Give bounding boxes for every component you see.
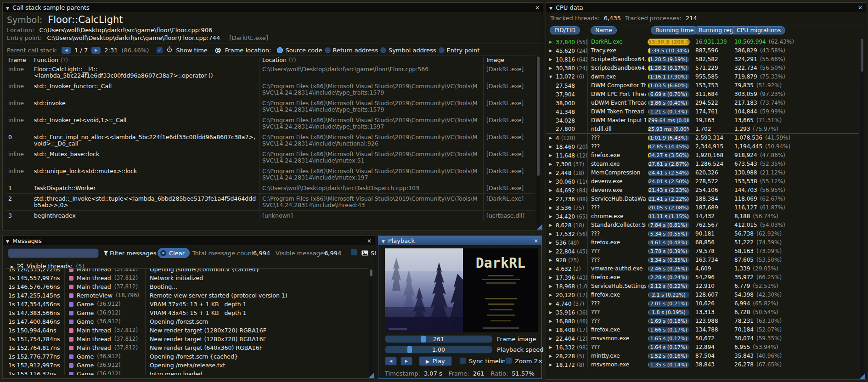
cpu-row[interactable]: ▶35,916(36)???1.8 s (0.19%)13,3136,728(5… xyxy=(546,308,859,317)
scrollbar-thumb[interactable] xyxy=(370,270,372,276)
expand-arrow-icon[interactable]: ▶ xyxy=(549,214,554,219)
cpu-row[interactable]: 34,028DWM Master Input Thread799.64 ms (… xyxy=(546,116,859,125)
cpu-row[interactable]: ▶7,300(37)steam.exe27.61 s (2.87%)1,286,… xyxy=(546,160,859,169)
expand-arrow-icon[interactable]: ▶ xyxy=(549,345,554,349)
cpu-row[interactable]: ▶17,396(43)firefox.exe2.28 s (0.24%)54,2… xyxy=(546,273,859,282)
message-row[interactable]: 1s 145,557,997nsMain thread(37,812)Netwo… xyxy=(6,274,367,282)
cpu-row[interactable]: ▶17,532(56)???5.34 s (0.55%)90,18156,738… xyxy=(546,230,859,238)
column-header-pid-tid[interactable]: PID/TID xyxy=(550,26,580,34)
next-frame-button[interactable] xyxy=(400,357,412,365)
cpu-row[interactable]: ▶44,692(84)devenv.exe21.43 s (2.23%)254,… xyxy=(546,186,859,195)
cpu-row[interactable]: ▶2,448(18)MemCompression24.41 s (2.54%)6… xyxy=(546,169,859,177)
close-icon[interactable] xyxy=(534,237,538,244)
cpu-row[interactable]: ▶3,536(75)???20.05 s (2.08%)187,689116,1… xyxy=(546,203,859,212)
cpu-row[interactable]: ▶536(49)firefox.exe4.61 s (0.48%)68,8565… xyxy=(546,238,859,247)
expand-arrow-icon[interactable]: ▶ xyxy=(549,319,554,323)
expand-arrow-icon[interactable]: ▶ xyxy=(549,162,554,166)
collapse-icon[interactable] xyxy=(549,4,552,11)
cpu-scrollbar[interactable] xyxy=(860,38,864,376)
message-row[interactable]: 1s 150,994,64nsMain thread(37,812)New re… xyxy=(6,326,367,335)
cpu-row[interactable]: 41,348DWM Token Thread1.21 s (0.13%)174,… xyxy=(546,107,859,116)
expand-arrow-icon[interactable]: ▶ xyxy=(549,284,554,288)
playback-speed-slider[interactable]: 1.00 xyxy=(385,346,492,354)
expand-arrow-icon[interactable]: ▶ xyxy=(549,258,554,262)
cpu-row[interactable]: ▶4(120)???1:01.9 (6.43%)2,593,3141,078,5… xyxy=(546,134,859,142)
zoom-2x-checkbox[interactable] xyxy=(505,357,512,364)
callstack-scrollbar[interactable] xyxy=(536,56,540,225)
expand-arrow-icon[interactable]: ▶ xyxy=(549,49,554,53)
frame-location-radio[interactable]: Source code xyxy=(277,47,322,54)
message-row[interactable]: 1s 147,383,566nsGame(36,912)VRAM 43x45: … xyxy=(6,309,367,317)
callstack-row[interactable]: inlinestd::unique_lock<std::mutex>::lock… xyxy=(6,166,535,183)
callstack-row[interactable]: inlinestd::invokeC:\Program Files (x86)\… xyxy=(6,98,535,115)
message-row[interactable]: 1s 153,116,37nsGame(36,912)Intro menu lo… xyxy=(6,370,367,375)
callstack-row[interactable]: inlinestd::_Mutex_base::lockC:\Program F… xyxy=(6,149,535,166)
expand-arrow-icon[interactable]: ▼ xyxy=(549,75,554,79)
callstack-row[interactable]: 0std::_Func_impl_no_alloc<<lambda_5bc224… xyxy=(6,132,535,149)
expand-arrow-icon[interactable]: ▶ xyxy=(549,223,554,227)
cpu-row[interactable]: ▶22,404(12)msvsmon.exe1.65 s (0.17%)50,6… xyxy=(546,334,859,343)
clear-button[interactable]: Clear xyxy=(158,248,190,258)
cpu-row[interactable]: 27,548DWM Compositor Thread1:03.5 (6.60%… xyxy=(546,81,859,90)
expand-arrow-icon[interactable]: ▶ xyxy=(549,354,554,358)
message-row[interactable]: 1s 147,255,145nsRemoteView(18,796)Remote… xyxy=(6,291,367,300)
expand-arrow-icon[interactable]: ▶ xyxy=(549,267,554,271)
cpu-row[interactable]: ▶18,408(17)firefox.exe1.66 s (0.17%)134,… xyxy=(546,326,859,334)
collapse-icon[interactable] xyxy=(382,237,385,244)
show-time-checkbox[interactable] xyxy=(156,47,163,54)
cpu-row[interactable]: ▶37,840(55)DarkRL.exe33:30.8 (208.96%)16… xyxy=(546,38,859,46)
expand-arrow-icon[interactable]: ▶ xyxy=(549,310,554,315)
cpu-row[interactable]: ▶4,632(2)vmware-authd.exe2.46 s (0.26%)4… xyxy=(546,264,859,273)
expand-arrow-icon[interactable]: ▶ xyxy=(549,232,554,236)
cpu-row[interactable]: 27,800ntdll.dll25.93 ms (0.00%)1,7021,29… xyxy=(546,125,859,134)
frame-location-radio[interactable]: Entry point xyxy=(439,47,480,54)
expand-arrow-icon[interactable]: ▶ xyxy=(549,363,554,367)
callstack-row[interactable]: inlinestd::_Invoker_ret<void,1>::_CallC:… xyxy=(6,115,535,132)
messages-scrollbar[interactable] xyxy=(369,269,373,376)
prev-stack-button[interactable] xyxy=(62,47,71,54)
sync-timeline-checkbox[interactable] xyxy=(459,357,466,364)
cpu-row[interactable]: ▶4,740(37)???2.01 s (0.21%)10,6266,994(6… xyxy=(546,299,859,308)
column-header-running-time[interactable]: Running time xyxy=(651,26,698,34)
collapse-icon[interactable] xyxy=(6,4,9,11)
callstack-row[interactable]: inlineFloor::CalcLight::__l4::<lambda_5b… xyxy=(6,64,535,81)
expand-arrow-icon[interactable]: ▶ xyxy=(549,293,554,297)
cpu-row[interactable]: ▶20,120(17)firefox.exe2.1 s (0.22%)128,6… xyxy=(546,291,859,299)
cpu-row[interactable]: ▶45,620(24)Tracy.exe1:39.5 (10.34%)887,5… xyxy=(546,46,859,55)
scrollbar-thumb[interactable] xyxy=(537,56,540,176)
column-header-cpu-migrations[interactable]: CPU migrations xyxy=(732,26,785,34)
expand-arrow-icon[interactable]: ▶ xyxy=(549,206,554,210)
play-button[interactable]: Play xyxy=(419,356,452,366)
message-row[interactable]: 1s 151,754,784nsMain thread(37,812)New r… xyxy=(6,335,367,343)
message-row[interactable]: 1s 120,335,272nsMain thread(37,812)Openi… xyxy=(6,268,367,274)
cpu-row[interactable]: 37,904DWM LPC Port Thread6.69 s (0.70%)3… xyxy=(546,90,859,99)
expand-arrow-icon[interactable]: ▶ xyxy=(549,249,554,253)
cpu-row[interactable]: ▶16,332(982)???1.64 s (0.17%)12,8946,955… xyxy=(546,343,859,352)
cpu-row[interactable]: ▶18,968(1,018)ServiceHub.SettingsHost.ex… xyxy=(546,282,859,291)
message-row[interactable]: 1s 146,576,766nsMain thread(37,812)Booti… xyxy=(6,282,367,291)
cpu-row[interactable]: ▶11,648(120)firefox.exe34.27 s (3.56%)1,… xyxy=(546,151,859,160)
expand-arrow-icon[interactable]: ▶ xyxy=(549,302,554,306)
expand-arrow-icon[interactable]: ▶ xyxy=(549,241,554,245)
message-row[interactable]: 1s 152,912,997nsGame(36,912)Opening /met… xyxy=(6,361,367,370)
cpu-row[interactable]: ▶34,420(65)chrome.exe11.11 s (1.15%)14,4… xyxy=(546,212,859,221)
close-icon[interactable] xyxy=(535,4,540,11)
callstack-row[interactable]: 3beginthreadex[unknown][ucrtbase.dll] xyxy=(6,211,535,221)
filter-input[interactable] xyxy=(8,248,99,258)
expand-arrow-icon[interactable]: ▶ xyxy=(549,197,554,201)
cpu-row[interactable]: ▶18,460(20)???42.85 s (4.45%)2,344,9151,… xyxy=(546,142,859,151)
message-row[interactable]: 1s 152,776,777nsGame(36,912)Opening /for… xyxy=(6,352,367,361)
callstack-row[interactable]: 1TaskDispatch::WorkerC:\Users\wolf\Deskt… xyxy=(6,183,535,194)
expand-arrow-icon[interactable]: ▶ xyxy=(549,66,554,70)
close-icon[interactable] xyxy=(858,4,862,11)
cpu-row[interactable]: ▶22,804(45)???3.78 s (0.39%)79,57858,163… xyxy=(546,247,859,256)
cpu-row[interactable]: 38,000uDWM Event Thread3.86 s (0.40%)294… xyxy=(546,99,859,107)
expand-arrow-icon[interactable]: ▶ xyxy=(549,180,554,184)
cpu-row[interactable]: ▶10,816(64)ScriptedSandbox64.exe1:28.5 (… xyxy=(546,55,859,64)
frame-image-slider[interactable]: 261 xyxy=(385,335,492,343)
resize-grip[interactable] xyxy=(537,224,542,230)
cpu-row[interactable]: ▶27,736(88)ServiceHub.DataWarehouse21.41… xyxy=(546,195,859,203)
cpu-row[interactable]: ▶18,172(8)msvsmon.exe1.35 s (0.14%)38,84… xyxy=(546,360,859,369)
expand-arrow-icon[interactable]: ▶ xyxy=(549,188,554,192)
expand-arrow-icon[interactable]: ▶ xyxy=(549,275,554,280)
